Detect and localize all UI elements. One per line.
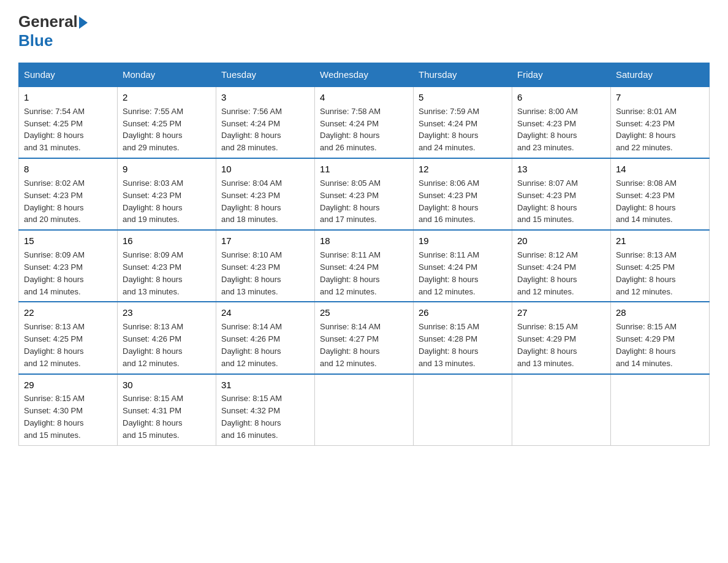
calendar-table: SundayMondayTuesdayWednesdayThursdayFrid… (18, 63, 710, 446)
day-number: 7 (616, 91, 704, 104)
day-number: 24 (221, 306, 309, 320)
day-number: 18 (320, 234, 408, 248)
day-number: 17 (221, 234, 309, 248)
day-cell-6: 6Sunrise: 8:00 AMSunset: 4:23 PMDaylight… (512, 86, 611, 158)
day-info: Sunrise: 8:01 AMSunset: 4:23 PMDaylight:… (616, 107, 677, 153)
day-info: Sunrise: 8:15 AMSunset: 4:29 PMDaylight:… (517, 322, 578, 368)
day-cell-7: 7Sunrise: 8:01 AMSunset: 4:23 PMDaylight… (611, 86, 710, 158)
day-info: Sunrise: 8:03 AMSunset: 4:23 PMDaylight:… (123, 178, 183, 224)
day-cell-23: 23Sunrise: 8:13 AMSunset: 4:26 PMDayligh… (118, 302, 216, 373)
day-number: 30 (123, 378, 211, 392)
day-cell-11: 11Sunrise: 8:05 AMSunset: 4:23 PMDayligh… (315, 158, 414, 230)
header-saturday: Saturday (611, 63, 710, 87)
day-cell-29: 29Sunrise: 8:15 AMSunset: 4:30 PMDayligh… (19, 374, 118, 446)
empty-cell (414, 374, 512, 446)
day-cell-27: 27Sunrise: 8:15 AMSunset: 4:29 PMDayligh… (512, 302, 611, 373)
day-cell-4: 4Sunrise: 7:58 AMSunset: 4:24 PMDaylight… (315, 86, 414, 158)
day-number: 13 (517, 163, 605, 176)
logo-blue-text: Blue (18, 31, 53, 50)
header-tuesday: Tuesday (216, 63, 315, 87)
day-info: Sunrise: 8:10 AMSunset: 4:23 PMDaylight:… (221, 250, 282, 296)
day-number: 27 (517, 306, 605, 320)
logo-arrow-icon (79, 17, 88, 29)
empty-cell (512, 374, 611, 446)
day-number: 25 (320, 306, 408, 320)
day-info: Sunrise: 8:14 AMSunset: 4:27 PMDaylight:… (320, 322, 381, 368)
day-cell-14: 14Sunrise: 8:08 AMSunset: 4:23 PMDayligh… (611, 158, 710, 230)
day-number: 28 (616, 306, 704, 320)
day-number: 2 (123, 91, 211, 104)
day-cell-21: 21Sunrise: 8:13 AMSunset: 4:25 PMDayligh… (611, 230, 710, 302)
day-info: Sunrise: 8:11 AMSunset: 4:24 PMDaylight:… (320, 250, 381, 296)
day-cell-13: 13Sunrise: 8:07 AMSunset: 4:23 PMDayligh… (512, 158, 611, 230)
day-cell-18: 18Sunrise: 8:11 AMSunset: 4:24 PMDayligh… (315, 230, 414, 302)
day-number: 26 (419, 306, 507, 320)
day-number: 29 (24, 378, 112, 392)
day-info: Sunrise: 8:15 AMSunset: 4:28 PMDaylight:… (419, 322, 479, 368)
day-info: Sunrise: 8:00 AMSunset: 4:23 PMDaylight:… (517, 107, 578, 153)
day-number: 11 (320, 163, 408, 176)
day-cell-30: 30Sunrise: 8:15 AMSunset: 4:31 PMDayligh… (118, 374, 216, 446)
day-info: Sunrise: 8:13 AMSunset: 4:25 PMDaylight:… (616, 250, 677, 296)
day-info: Sunrise: 7:58 AMSunset: 4:24 PMDaylight:… (320, 107, 381, 153)
day-cell-19: 19Sunrise: 8:11 AMSunset: 4:24 PMDayligh… (414, 230, 512, 302)
header-monday: Monday (118, 63, 216, 87)
day-cell-5: 5Sunrise: 7:59 AMSunset: 4:24 PMDaylight… (414, 86, 512, 158)
header-wednesday: Wednesday (315, 63, 414, 87)
day-number: 21 (616, 234, 704, 248)
day-info: Sunrise: 8:07 AMSunset: 4:23 PMDaylight:… (517, 178, 578, 224)
logo-general-text: General (18, 12, 78, 31)
logo: General Blue (18, 12, 88, 50)
day-cell-12: 12Sunrise: 8:06 AMSunset: 4:23 PMDayligh… (414, 158, 512, 230)
day-number: 20 (517, 234, 605, 248)
day-info: Sunrise: 7:54 AMSunset: 4:25 PMDaylight:… (24, 107, 85, 153)
week-row-3: 15Sunrise: 8:09 AMSunset: 4:23 PMDayligh… (19, 230, 710, 302)
day-cell-31: 31Sunrise: 8:15 AMSunset: 4:32 PMDayligh… (216, 374, 315, 446)
day-number: 9 (123, 163, 211, 176)
day-number: 4 (320, 91, 408, 104)
calendar-header-row: SundayMondayTuesdayWednesdayThursdayFrid… (19, 63, 710, 87)
day-info: Sunrise: 7:59 AMSunset: 4:24 PMDaylight:… (419, 107, 479, 153)
day-number: 14 (616, 163, 704, 176)
day-number: 15 (24, 234, 112, 248)
day-cell-22: 22Sunrise: 8:13 AMSunset: 4:25 PMDayligh… (19, 302, 118, 373)
day-cell-24: 24Sunrise: 8:14 AMSunset: 4:26 PMDayligh… (216, 302, 315, 373)
day-cell-25: 25Sunrise: 8:14 AMSunset: 4:27 PMDayligh… (315, 302, 414, 373)
day-info: Sunrise: 8:02 AMSunset: 4:23 PMDaylight:… (24, 178, 85, 224)
day-number: 6 (517, 91, 605, 104)
day-info: Sunrise: 8:15 AMSunset: 4:29 PMDaylight:… (616, 322, 677, 368)
day-info: Sunrise: 8:08 AMSunset: 4:23 PMDaylight:… (616, 178, 677, 224)
day-info: Sunrise: 7:55 AMSunset: 4:25 PMDaylight:… (123, 107, 183, 153)
page-header: General Blue (18, 12, 710, 50)
header-sunday: Sunday (19, 63, 118, 87)
day-cell-26: 26Sunrise: 8:15 AMSunset: 4:28 PMDayligh… (414, 302, 512, 373)
day-cell-17: 17Sunrise: 8:10 AMSunset: 4:23 PMDayligh… (216, 230, 315, 302)
day-number: 19 (419, 234, 507, 248)
week-row-4: 22Sunrise: 8:13 AMSunset: 4:25 PMDayligh… (19, 302, 710, 373)
day-cell-28: 28Sunrise: 8:15 AMSunset: 4:29 PMDayligh… (611, 302, 710, 373)
day-cell-10: 10Sunrise: 8:04 AMSunset: 4:23 PMDayligh… (216, 158, 315, 230)
day-info: Sunrise: 8:13 AMSunset: 4:25 PMDaylight:… (24, 322, 85, 368)
day-cell-20: 20Sunrise: 8:12 AMSunset: 4:24 PMDayligh… (512, 230, 611, 302)
week-row-1: 1Sunrise: 7:54 AMSunset: 4:25 PMDaylight… (19, 86, 710, 158)
day-number: 23 (123, 306, 211, 320)
day-info: Sunrise: 8:13 AMSunset: 4:26 PMDaylight:… (123, 322, 183, 368)
day-info: Sunrise: 8:04 AMSunset: 4:23 PMDaylight:… (221, 178, 282, 224)
day-number: 1 (24, 91, 112, 104)
day-number: 16 (123, 234, 211, 248)
day-info: Sunrise: 8:05 AMSunset: 4:23 PMDaylight:… (320, 178, 381, 224)
day-number: 22 (24, 306, 112, 320)
header-thursday: Thursday (414, 63, 512, 87)
day-info: Sunrise: 8:15 AMSunset: 4:31 PMDaylight:… (123, 394, 183, 440)
day-number: 8 (24, 163, 112, 176)
day-cell-1: 1Sunrise: 7:54 AMSunset: 4:25 PMDaylight… (19, 86, 118, 158)
day-info: Sunrise: 8:15 AMSunset: 4:30 PMDaylight:… (24, 394, 85, 440)
day-cell-16: 16Sunrise: 8:09 AMSunset: 4:23 PMDayligh… (118, 230, 216, 302)
day-info: Sunrise: 8:14 AMSunset: 4:26 PMDaylight:… (221, 322, 282, 368)
day-cell-15: 15Sunrise: 8:09 AMSunset: 4:23 PMDayligh… (19, 230, 118, 302)
day-number: 12 (419, 163, 507, 176)
day-number: 5 (419, 91, 507, 104)
week-row-5: 29Sunrise: 8:15 AMSunset: 4:30 PMDayligh… (19, 374, 710, 446)
empty-cell (315, 374, 414, 446)
day-info: Sunrise: 7:56 AMSunset: 4:24 PMDaylight:… (221, 107, 282, 153)
